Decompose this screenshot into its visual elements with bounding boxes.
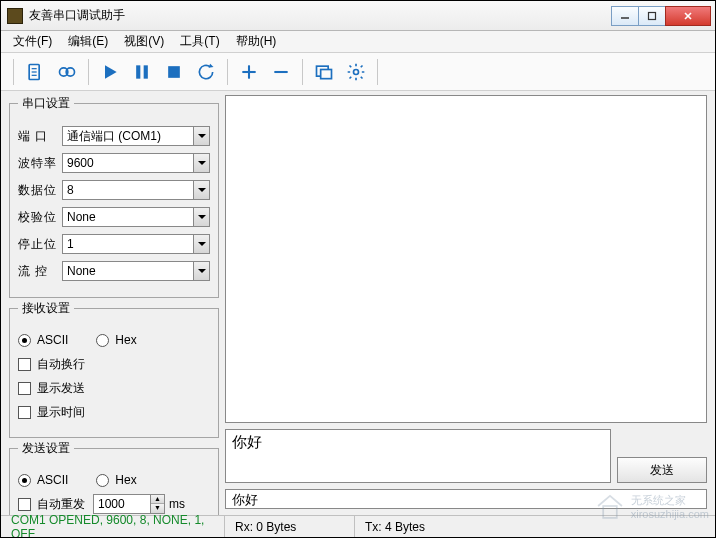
receive-textarea[interactable]	[225, 95, 707, 423]
svg-marker-10	[105, 65, 117, 78]
flow-label: 流 控	[18, 263, 62, 280]
serial-settings-group: 串口设置 端 口 通信端口 (COM1) 波特率 9600 数据位 8 校验位 …	[9, 95, 219, 298]
client-area: 串口设置 端 口 通信端口 (COM1) 波特率 9600 数据位 8 校验位 …	[1, 91, 715, 515]
recv-show-send-check[interactable]	[18, 382, 31, 395]
send-button[interactable]: 发送	[617, 457, 707, 483]
baud-value: 9600	[63, 156, 193, 170]
svg-point-20	[354, 69, 359, 74]
play-icon[interactable]	[95, 57, 125, 87]
auto-resend-label: 自动重发	[37, 496, 85, 513]
spin-up-icon[interactable]: ▲	[151, 495, 164, 504]
add-icon[interactable]	[234, 57, 264, 87]
send-textarea[interactable]: 你好	[225, 429, 611, 483]
toolbar	[1, 53, 715, 91]
chevron-down-icon[interactable]	[193, 127, 209, 145]
baud-combo[interactable]: 9600	[62, 153, 210, 173]
menu-edit[interactable]: 编辑(E)	[60, 31, 116, 52]
chevron-down-icon[interactable]	[193, 208, 209, 226]
close-button[interactable]	[665, 6, 711, 26]
port-value: 通信端口 (COM1)	[63, 128, 193, 145]
chevron-down-icon[interactable]	[193, 235, 209, 253]
stop-icon[interactable]	[159, 57, 189, 87]
windows-icon[interactable]	[309, 57, 339, 87]
echo-line[interactable]: 你好	[225, 489, 707, 509]
maximize-button[interactable]	[638, 6, 666, 26]
send-settings-legend: 发送设置	[18, 440, 74, 457]
svg-rect-1	[649, 12, 656, 19]
baud-label: 波特率	[18, 155, 62, 172]
databits-combo[interactable]: 8	[62, 180, 210, 200]
interval-spinner[interactable]: 1000 ▲▼	[93, 494, 165, 514]
databits-label: 数据位	[18, 182, 62, 199]
receive-settings-legend: 接收设置	[18, 300, 74, 317]
window-title: 友善串口调试助手	[29, 7, 612, 24]
minimize-button[interactable]	[611, 6, 639, 26]
stopbits-label: 停止位	[18, 236, 62, 253]
svg-rect-13	[168, 66, 180, 78]
svg-rect-19	[321, 69, 332, 78]
parity-combo[interactable]: None	[62, 207, 210, 227]
auto-resend-check[interactable]	[18, 498, 31, 511]
stopbits-combo[interactable]: 1	[62, 234, 210, 254]
stopbits-value: 1	[63, 237, 193, 251]
flow-combo[interactable]: None	[62, 261, 210, 281]
port-label: 端 口	[18, 128, 62, 145]
recv-hex-radio[interactable]	[96, 334, 109, 347]
flow-value: None	[63, 264, 193, 278]
pause-icon[interactable]	[127, 57, 157, 87]
recv-show-send-label: 显示发送	[37, 380, 85, 397]
settings-icon[interactable]	[341, 57, 371, 87]
svg-rect-11	[136, 65, 140, 78]
databits-value: 8	[63, 183, 193, 197]
menu-view[interactable]: 视图(V)	[116, 31, 172, 52]
send-ascii-radio[interactable]	[18, 474, 31, 487]
remove-icon[interactable]	[266, 57, 296, 87]
status-tx: Tx: 4 Bytes	[355, 516, 715, 537]
recv-wrap-check[interactable]	[18, 358, 31, 371]
recv-show-time-label: 显示时间	[37, 404, 85, 421]
recv-ascii-radio[interactable]	[18, 334, 31, 347]
send-hex-radio[interactable]	[96, 474, 109, 487]
port-combo[interactable]: 通信端口 (COM1)	[62, 126, 210, 146]
serial-settings-legend: 串口设置	[18, 95, 74, 112]
send-hex-label: Hex	[115, 473, 136, 487]
menu-bar: 文件(F) 编辑(E) 视图(V) 工具(T) 帮助(H)	[1, 31, 715, 53]
parity-value: None	[63, 210, 193, 224]
recv-show-time-check[interactable]	[18, 406, 31, 419]
chevron-down-icon[interactable]	[193, 154, 209, 172]
chevron-down-icon[interactable]	[193, 181, 209, 199]
menu-file[interactable]: 文件(F)	[5, 31, 60, 52]
new-file-icon[interactable]	[20, 57, 50, 87]
svg-rect-12	[144, 65, 148, 78]
interval-value: 1000	[94, 497, 150, 511]
recv-ascii-label: ASCII	[37, 333, 68, 347]
interval-unit: ms	[169, 497, 185, 511]
status-rx: Rx: 0 Bytes	[225, 516, 355, 537]
app-icon	[7, 8, 23, 24]
status-bar: COM1 OPENED, 9600, 8, NONE, 1, OFF Rx: 0…	[1, 515, 715, 537]
status-connection: COM1 OPENED, 9600, 8, NONE, 1, OFF	[1, 516, 225, 537]
receive-settings-group: 接收设置 ASCII Hex 自动换行 显示发送 显示时间	[9, 300, 219, 438]
send-ascii-label: ASCII	[37, 473, 68, 487]
chevron-down-icon[interactable]	[193, 262, 209, 280]
refresh-icon[interactable]	[191, 57, 221, 87]
menu-tools[interactable]: 工具(T)	[172, 31, 227, 52]
parity-label: 校验位	[18, 209, 62, 226]
recv-hex-label: Hex	[115, 333, 136, 347]
menu-help[interactable]: 帮助(H)	[228, 31, 285, 52]
send-button-label: 发送	[650, 462, 674, 479]
title-bar: 友善串口调试助手	[1, 1, 715, 31]
record-icon[interactable]	[52, 57, 82, 87]
recv-wrap-label: 自动换行	[37, 356, 85, 373]
